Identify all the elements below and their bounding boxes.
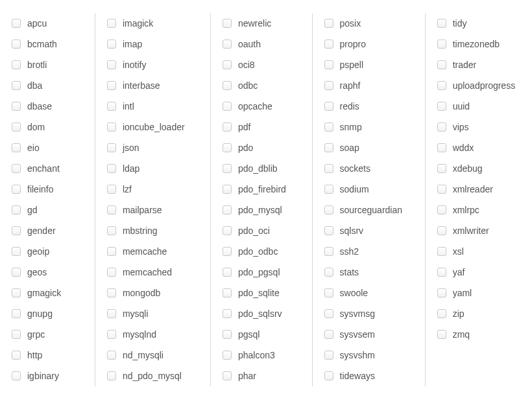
- checkbox[interactable]: [223, 268, 232, 277]
- checkbox[interactable]: [107, 40, 116, 49]
- checkbox[interactable]: [437, 122, 446, 132]
- checkbox[interactable]: [324, 81, 333, 90]
- checkbox[interactable]: [324, 40, 333, 49]
- extension-label[interactable]: uploadprogress: [453, 80, 516, 91]
- checkbox[interactable]: [223, 143, 232, 152]
- checkbox[interactable]: [324, 247, 333, 256]
- checkbox[interactable]: [12, 330, 21, 339]
- extension-label[interactable]: ssh2: [340, 246, 359, 257]
- checkbox[interactable]: [223, 122, 232, 132]
- checkbox[interactable]: [107, 19, 116, 28]
- extension-label[interactable]: pdo: [238, 143, 253, 153]
- extension-label[interactable]: posix: [340, 18, 361, 29]
- extension-label[interactable]: opcache: [238, 101, 272, 111]
- extension-label[interactable]: yaml: [453, 288, 472, 298]
- extension-label[interactable]: interbase: [123, 80, 160, 91]
- extension-label[interactable]: json: [123, 143, 139, 153]
- extension-label[interactable]: sourceguardian: [340, 205, 403, 215]
- checkbox[interactable]: [324, 122, 333, 132]
- checkbox[interactable]: [223, 371, 232, 380]
- extension-label[interactable]: ioncube_loader: [123, 122, 185, 132]
- checkbox[interactable]: [324, 288, 333, 297]
- checkbox[interactable]: [437, 205, 446, 215]
- checkbox[interactable]: [12, 226, 21, 235]
- extension-label[interactable]: nd_pdo_mysql: [123, 371, 182, 381]
- extension-label[interactable]: memcached: [123, 267, 172, 277]
- extension-label[interactable]: imagick: [123, 18, 153, 29]
- checkbox[interactable]: [324, 102, 333, 111]
- extension-label[interactable]: pdo_oci: [238, 226, 270, 236]
- extension-label[interactable]: xsl: [453, 246, 464, 257]
- checkbox[interactable]: [437, 164, 446, 173]
- extension-label[interactable]: mysqli: [123, 308, 149, 319]
- extension-label[interactable]: sqlsrv: [340, 226, 364, 236]
- extension-label[interactable]: sockets: [340, 163, 370, 174]
- checkbox[interactable]: [12, 81, 21, 90]
- checkbox[interactable]: [437, 185, 446, 194]
- checkbox[interactable]: [223, 19, 232, 28]
- checkbox[interactable]: [223, 164, 232, 173]
- checkbox[interactable]: [107, 330, 116, 339]
- checkbox[interactable]: [324, 205, 333, 215]
- checkbox[interactable]: [223, 247, 232, 256]
- extension-label[interactable]: pdo_odbc: [238, 246, 278, 257]
- extension-label[interactable]: yaf: [453, 267, 465, 277]
- extension-label[interactable]: tideways: [340, 371, 375, 381]
- extension-label[interactable]: phar: [238, 371, 256, 381]
- extension-label[interactable]: lzf: [123, 184, 132, 194]
- checkbox[interactable]: [12, 288, 21, 297]
- checkbox[interactable]: [12, 309, 21, 318]
- extension-label[interactable]: redis: [340, 101, 359, 111]
- extension-label[interactable]: inotify: [123, 60, 147, 70]
- checkbox[interactable]: [12, 122, 21, 132]
- checkbox[interactable]: [223, 185, 232, 194]
- checkbox[interactable]: [324, 330, 333, 339]
- extension-label[interactable]: oauth: [238, 39, 261, 49]
- checkbox[interactable]: [223, 288, 232, 297]
- extension-label[interactable]: mailparse: [123, 205, 162, 215]
- extension-label[interactable]: bcmath: [27, 39, 57, 49]
- extension-label[interactable]: apcu: [27, 18, 47, 29]
- checkbox[interactable]: [437, 143, 446, 152]
- extension-label[interactable]: vips: [453, 122, 469, 132]
- checkbox[interactable]: [437, 247, 446, 256]
- checkbox[interactable]: [437, 81, 446, 90]
- checkbox[interactable]: [107, 102, 116, 111]
- extension-label[interactable]: geos: [27, 267, 47, 277]
- checkbox[interactable]: [324, 268, 333, 277]
- extension-label[interactable]: pdo_sqlite: [238, 288, 280, 298]
- checkbox[interactable]: [107, 122, 116, 132]
- extension-label[interactable]: odbc: [238, 80, 258, 91]
- checkbox[interactable]: [12, 247, 21, 256]
- extension-label[interactable]: pdo_mysql: [238, 205, 282, 215]
- checkbox[interactable]: [223, 205, 232, 215]
- checkbox[interactable]: [437, 309, 446, 318]
- checkbox[interactable]: [324, 226, 333, 235]
- extension-label[interactable]: mbstring: [123, 226, 158, 236]
- checkbox[interactable]: [107, 288, 116, 297]
- checkbox[interactable]: [437, 40, 446, 49]
- extension-label[interactable]: sysvshm: [340, 350, 375, 360]
- extension-label[interactable]: memcache: [123, 246, 167, 257]
- checkbox[interactable]: [324, 60, 333, 69]
- checkbox[interactable]: [12, 143, 21, 152]
- checkbox[interactable]: [12, 40, 21, 49]
- extension-label[interactable]: imap: [123, 39, 142, 49]
- checkbox[interactable]: [223, 330, 232, 339]
- extension-label[interactable]: eio: [27, 143, 40, 153]
- extension-label[interactable]: pdf: [238, 122, 250, 132]
- checkbox[interactable]: [107, 60, 116, 69]
- extension-label[interactable]: http: [27, 350, 42, 360]
- extension-label[interactable]: trader: [453, 60, 477, 70]
- checkbox[interactable]: [324, 351, 333, 360]
- checkbox[interactable]: [107, 185, 116, 194]
- checkbox[interactable]: [223, 102, 232, 111]
- extension-label[interactable]: xmlreader: [453, 184, 493, 194]
- extension-label[interactable]: gmagick: [27, 288, 61, 298]
- checkbox[interactable]: [324, 164, 333, 173]
- extension-label[interactable]: xmlrpc: [453, 205, 479, 215]
- checkbox[interactable]: [223, 60, 232, 69]
- extension-label[interactable]: pgsql: [238, 329, 260, 340]
- extension-label[interactable]: oci8: [238, 60, 255, 70]
- extension-label[interactable]: ldap: [123, 163, 139, 174]
